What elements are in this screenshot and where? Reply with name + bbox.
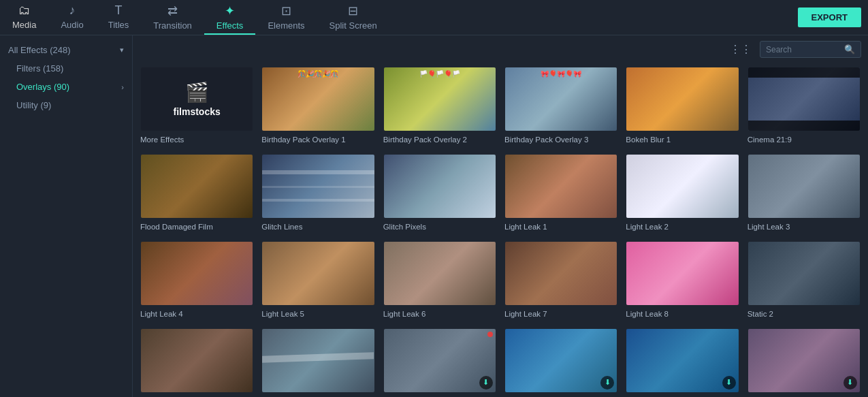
nav-splitscreen[interactable]: ⊟ Split Screen — [317, 0, 389, 35]
grid-item-filmstocks[interactable]: 🎬 filmstocks More Effects — [136, 63, 257, 150]
grid-item-ll2[interactable]: Light Leak 2 — [622, 150, 743, 238]
sidebar-item-all-effects[interactable]: All Effects (248) ▾ — [0, 41, 132, 59]
grid-item-glitch-px[interactable]: Glitch Pixels — [379, 150, 500, 238]
search-box: 🔍 — [760, 41, 861, 58]
grid-item-90s[interactable]: ⬇ 90's Viewfinder — [379, 325, 500, 397]
nav-media-label: Media — [12, 20, 36, 30]
sidebar-overlays-label: Overlays (90) — [16, 82, 69, 92]
grid-item-ll8[interactable]: Light Leak 8 — [622, 238, 743, 325]
grid-item-bd2[interactable]: 🏳️🎈🏳️🎈🏳️ Birthday Pack Overlay 2 — [379, 63, 500, 150]
grid-item-glitch-px-label: Glitch Pixels — [383, 222, 426, 232]
grid-item-ll1[interactable]: Light Leak 1 — [500, 150, 622, 238]
grid-item-static2[interactable]: Static 2 — [743, 238, 865, 325]
sidebar-item-utility[interactable]: Utility (9) — [0, 96, 132, 114]
main-layout: All Effects (248) ▾ Filters (158) Overla… — [0, 35, 868, 397]
grid-item-statica[interactable]: Static A — [136, 325, 257, 397]
grid-item-ll3-label: Light Leak 3 — [748, 222, 790, 232]
content-toolbar: ⋮⋮ 🔍 — [133, 35, 868, 63]
grid-item-cinema219-label: Cinema 21:9 — [748, 135, 792, 145]
effects-grid: 🎬 filmstocks More Effects 🎊🎉🎊🎉🎊 Birthday… — [133, 63, 868, 397]
grid-item-bokeh-blur[interactable]: Bokeh Blur 1 — [622, 63, 743, 150]
download-badge-bokeh1: ⬇ — [843, 376, 857, 390]
grid-item-aqua2[interactable]: ⬇ Aqua 2 — [622, 325, 743, 397]
grid-item-bd2-label: Birthday Pack Overlay 2 — [383, 135, 467, 145]
top-navigation: 🗂 Media ♪ Audio T Titles ⇄ Transition ✦ … — [0, 0, 868, 35]
grid-item-filmstocks-label: More Effects — [140, 135, 184, 145]
audio-icon: ♪ — [69, 3, 76, 18]
download-badge-90s: ⬇ — [479, 376, 493, 390]
grid-item-glitch-lines-label: Glitch Lines — [261, 222, 302, 232]
nav-transition[interactable]: ⇄ Transition — [141, 0, 204, 35]
search-icon: 🔍 — [844, 44, 855, 54]
nav-audio-label: Audio — [61, 20, 83, 30]
grid-item-ll5[interactable]: Light Leak 5 — [257, 238, 379, 325]
grid-item-flood-label: Flood Damaged Film — [140, 222, 213, 232]
grid-item-ll7-label: Light Leak 7 — [504, 309, 547, 319]
grid-item-ll6[interactable]: Light Leak 6 — [379, 238, 500, 325]
download-badge-aqua2: ⬇ — [722, 376, 736, 390]
grid-item-ll2-label: Light Leak 2 — [626, 222, 669, 232]
grid-item-ll5-label: Light Leak 5 — [261, 309, 304, 319]
sidebar-item-filters[interactable]: Filters (158) — [0, 59, 132, 78]
effects-icon: ✦ — [225, 3, 235, 18]
nav-media[interactable]: 🗂 Media — [0, 0, 48, 35]
grid-item-ll4-label: Light Leak 4 — [140, 309, 183, 319]
sidebar: All Effects (248) ▾ Filters (158) Overla… — [0, 35, 133, 397]
grid-item-bd1[interactable]: 🎊🎉🎊🎉🎊 Birthday Pack Overlay 1 — [257, 63, 379, 150]
export-button[interactable]: EXPORT — [798, 7, 861, 27]
filmstocks-logo-icon: 🎬 — [185, 81, 209, 104]
grid-item-cinema219[interactable]: Cinema 21:9 — [743, 63, 865, 150]
media-icon: 🗂 — [18, 3, 31, 18]
grid-item-ll7[interactable]: Light Leak 7 — [500, 238, 622, 325]
grid-item-bd3[interactable]: 🎀🎈🎀🎈🎀 Birthday Pack Overlay 3 — [500, 63, 622, 150]
grid-item-ll1-label: Light Leak 1 — [504, 222, 547, 232]
filmstocks-logo-text: filmstocks — [174, 106, 221, 117]
grid-item-ll3[interactable]: Light Leak 3 — [743, 150, 865, 238]
grid-item-ll6-label: Light Leak 6 — [383, 309, 426, 319]
nav-audio[interactable]: ♪ Audio — [48, 0, 95, 35]
grid-item-ll4[interactable]: Light Leak 4 — [136, 238, 257, 325]
transition-icon: ⇄ — [167, 3, 178, 18]
nav-splitscreen-label: Split Screen — [329, 20, 377, 31]
grid-item-static2-label: Static 2 — [748, 309, 773, 319]
chevron-down-icon: ▾ — [120, 46, 124, 54]
grid-item-bd1-label: Birthday Pack Overlay 1 — [261, 135, 345, 145]
nav-transition-label: Transition — [153, 20, 192, 31]
nav-effects[interactable]: ✦ Effects — [204, 0, 256, 35]
nav-titles[interactable]: T Titles — [96, 0, 142, 35]
nav-elements-label: Elements — [268, 20, 304, 31]
splitscreen-icon: ⊟ — [348, 3, 358, 18]
grid-item-bokeh1[interactable]: ⬇ Bokeh 1 — [743, 325, 865, 397]
grid-item-flood[interactable]: Flood Damaged Film — [136, 150, 257, 238]
sidebar-all-effects-label: All Effects (248) — [8, 45, 71, 55]
chevron-right-icon: › — [121, 83, 124, 91]
grid-item-bd3-label: Birthday Pack Overlay 3 — [504, 135, 588, 145]
nav-effects-label: Effects — [216, 20, 244, 31]
content-area: ⋮⋮ 🔍 🎬 filmstocks More Effects — [133, 35, 868, 397]
grid-view-button[interactable]: ⋮⋮ — [727, 42, 754, 57]
titles-icon: T — [114, 3, 122, 18]
nav-elements[interactable]: ⊡ Elements — [255, 0, 317, 35]
sidebar-utility-label: Utility (9) — [16, 100, 51, 110]
sidebar-item-overlays[interactable]: Overlays (90) › — [0, 78, 132, 96]
grid-item-strong[interactable]: Strong Glitch — [257, 325, 379, 397]
grid-item-glitch-lines[interactable]: Glitch Lines — [257, 150, 379, 238]
download-badge-aqua1: ⬇ — [600, 376, 614, 390]
grid-item-ll8-label: Light Leak 8 — [626, 309, 669, 319]
sidebar-filters-label: Filters (158) — [16, 63, 63, 74]
elements-icon: ⊡ — [281, 3, 291, 18]
grid-item-aqua1[interactable]: ⬇ Aqua 1 — [500, 325, 622, 397]
search-input[interactable] — [766, 45, 841, 54]
nav-titles-label: Titles — [108, 20, 129, 30]
grid-item-bokeh-blur-label: Bokeh Blur 1 — [626, 135, 671, 145]
